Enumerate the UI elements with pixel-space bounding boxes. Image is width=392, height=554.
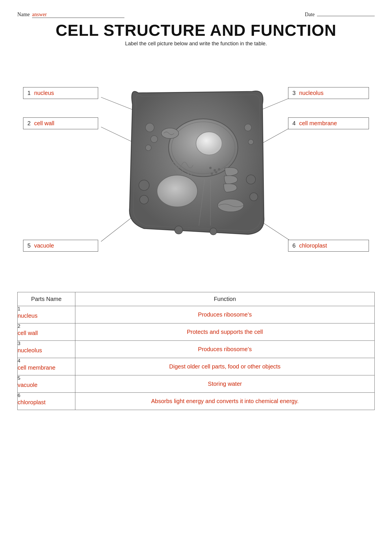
svg-point-21 xyxy=(139,180,149,190)
label-6-num: 6 xyxy=(292,242,296,249)
function-text: Storing water xyxy=(75,375,374,392)
row-num: 1 xyxy=(18,306,75,312)
function-text: Digest older cell parts, food or other o… xyxy=(75,358,374,375)
row-num: 4 xyxy=(18,358,75,364)
table-parts-4: 4 cell membrane xyxy=(18,358,75,375)
label-1: 1 nucleus xyxy=(23,87,98,99)
svg-point-23 xyxy=(246,175,255,184)
table-row: 6 chloroplast Absorbs light energy and c… xyxy=(18,393,375,410)
cell-diagram xyxy=(121,70,271,243)
table-function-3: Produces ribosome’s xyxy=(75,341,375,358)
table-function-1: Produces ribosome’s xyxy=(75,306,375,323)
row-num: 3 xyxy=(18,341,75,347)
label-1-text: nucleus xyxy=(34,90,54,96)
col-function-header: Function xyxy=(75,292,375,306)
answer-text: answer xyxy=(32,12,47,17)
label-5-text: vacuole xyxy=(34,242,54,249)
label-3: 3 nucleolus xyxy=(288,87,369,99)
svg-point-11 xyxy=(151,136,158,143)
svg-point-12 xyxy=(145,145,151,151)
function-text: Produces ribosome’s xyxy=(75,306,374,323)
label-6: 6 chloroplast xyxy=(288,240,369,252)
table-function-2: Protects and supports the cell xyxy=(75,323,375,341)
row-name: cell membrane xyxy=(18,364,55,371)
date-line: Date xyxy=(305,12,375,18)
table-row: 2 cell wall Protects and supports the ce… xyxy=(18,323,375,341)
subtitle: Label the cell picture below and write t… xyxy=(17,41,375,47)
row-num: 2 xyxy=(18,323,75,329)
row-name: chloroplast xyxy=(18,399,46,405)
label-2: 2 cell wall xyxy=(23,117,98,129)
svg-point-17 xyxy=(214,169,216,171)
table-parts-1: 1 nucleus xyxy=(18,306,75,323)
table-function-4: Digest older cell parts, food or other o… xyxy=(75,358,375,375)
row-name: vacuole xyxy=(18,382,38,388)
svg-point-14 xyxy=(248,139,253,145)
label-3-text: nucleolus xyxy=(299,90,324,96)
svg-point-9 xyxy=(161,128,179,138)
function-text: Protects and supports the cell xyxy=(75,323,374,340)
label-1-num: 1 xyxy=(27,90,31,96)
row-name: nucleus xyxy=(18,312,38,319)
svg-point-20 xyxy=(218,168,220,171)
table-header-row: Parts Name Function xyxy=(18,292,375,306)
table-row: 5 vacuole Storing water xyxy=(18,375,375,393)
svg-point-24 xyxy=(250,193,258,201)
svg-point-19 xyxy=(215,171,217,173)
row-name: nucleolus xyxy=(18,347,42,353)
svg-point-25 xyxy=(175,226,183,234)
label-4-text: cell membrane xyxy=(299,120,337,127)
col-parts-header: Parts Name xyxy=(18,292,75,306)
table-row: 1 nucleus Produces ribosome’s xyxy=(18,306,375,323)
table-parts-2: 2 cell wall xyxy=(18,323,75,341)
table-row: 3 nucleolus Produces ribosome’s xyxy=(18,341,375,358)
label-4: 4 cell membrane xyxy=(288,117,369,129)
date-label: Date xyxy=(305,12,315,18)
function-table: Parts Name Function 1 nucleus Produces r… xyxy=(17,292,375,410)
row-num: 5 xyxy=(18,375,75,381)
label-4-num: 4 xyxy=(292,120,296,127)
table-parts-5: 5 vacuole xyxy=(18,375,75,393)
svg-point-16 xyxy=(209,167,212,169)
page-title: CELL STRUCTURE AND FUNCTION xyxy=(17,21,375,40)
svg-point-15 xyxy=(157,175,197,207)
name-line: Name answer xyxy=(17,12,124,18)
label-5: 5 vacuole xyxy=(23,240,98,252)
label-2-text: cell wall xyxy=(34,120,54,127)
table-function-6: Absorbs light energy and converts it int… xyxy=(75,393,375,410)
diagram-section: 1 nucleus 2 cell wall 3 nucleolus 4 cell… xyxy=(17,55,375,280)
row-num: 6 xyxy=(18,393,75,398)
label-6-text: chloroplast xyxy=(299,242,327,249)
row-name: cell wall xyxy=(18,330,38,336)
table-row: 4 cell membrane Digest older cell parts,… xyxy=(18,358,375,375)
header: Name answer Date xyxy=(17,12,375,18)
function-text: Produces ribosome’s xyxy=(75,341,374,358)
name-label: Name xyxy=(17,12,30,18)
date-underline xyxy=(317,16,375,16)
svg-point-22 xyxy=(140,195,148,204)
label-5-num: 5 xyxy=(27,242,31,249)
function-text: Absorbs light energy and converts it int… xyxy=(75,393,374,410)
svg-point-18 xyxy=(211,173,213,175)
table-parts-3: 3 nucleolus xyxy=(18,341,75,358)
svg-point-13 xyxy=(244,124,251,131)
name-underline: answer xyxy=(32,12,124,18)
svg-point-10 xyxy=(145,123,154,132)
svg-point-26 xyxy=(210,228,217,235)
label-2-num: 2 xyxy=(27,120,31,127)
table-function-5: Storing water xyxy=(75,375,375,393)
svg-point-8 xyxy=(196,132,222,155)
label-3-num: 3 xyxy=(292,90,296,96)
table-parts-6: 6 chloroplast xyxy=(18,393,75,410)
